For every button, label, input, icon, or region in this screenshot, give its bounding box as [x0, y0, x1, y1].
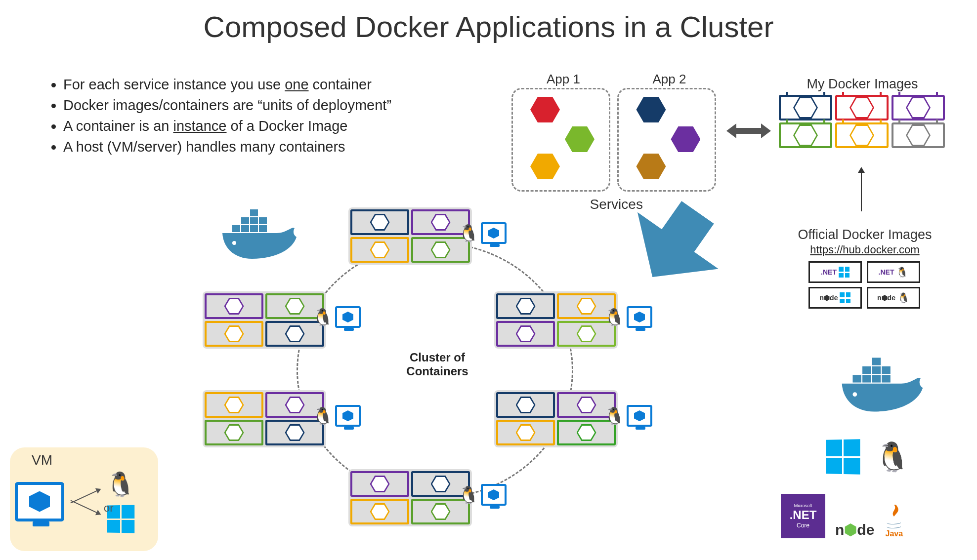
official-image-box: .NET — [808, 261, 862, 283]
cluster-node: 🐧 — [494, 291, 618, 349]
svg-rect-18 — [872, 358, 881, 365]
bullet-list: For each service instance you use one co… — [49, 74, 391, 157]
cluster-node: 🐧 — [203, 390, 326, 447]
bullet-3: A container is an instance of a Docker I… — [63, 116, 391, 136]
official-image-box: .NET🐧 — [867, 261, 920, 283]
container-icon — [350, 209, 409, 235]
vm-legend-box: VM 🐧 or — [10, 447, 158, 551]
cluster-area: Cluster of Containers 🐧🐧🐧🐧🐧🐧 — [198, 207, 672, 543]
my-images-title: My Docker Images — [771, 77, 954, 92]
linux-icon: 🐧 — [312, 406, 333, 426]
vm-monitor-icon — [481, 222, 507, 244]
linux-icon: 🐧 — [458, 485, 479, 505]
container-icon — [892, 95, 945, 120]
svg-rect-11 — [852, 375, 861, 382]
node-icon: n⬢de — [835, 521, 874, 538]
os-icons-row: 🐧 — [825, 440, 910, 474]
svg-rect-12 — [862, 375, 871, 382]
container-icon — [496, 392, 555, 418]
container-icon — [496, 420, 555, 445]
cube-icon — [342, 410, 353, 421]
bullet-2: Docker images/containers are “units of d… — [63, 95, 391, 116]
container-icon — [779, 122, 832, 148]
linux-icon: 🐧 — [604, 307, 625, 327]
svg-rect-16 — [872, 366, 881, 374]
linux-icon: 🐧 — [604, 406, 625, 426]
official-title: Official Docker Images — [771, 227, 959, 242]
cube-icon — [29, 491, 50, 512]
cluster-node: 🐧 — [203, 291, 326, 349]
linux-icon: 🐧 — [875, 440, 910, 474]
container-icon — [835, 95, 889, 120]
my-docker-images: My Docker Images — [771, 77, 954, 148]
cube-icon — [488, 489, 499, 500]
netcore-icon: Microsoft .NET Core — [781, 494, 825, 538]
cluster-node: 🐧 — [348, 469, 472, 526]
svg-point-19 — [852, 392, 857, 397]
cube-icon — [488, 228, 499, 239]
docker-whale-icon-right — [835, 356, 924, 417]
vm-monitor-icon — [15, 482, 64, 521]
windows-icon — [826, 439, 860, 475]
svg-rect-14 — [882, 375, 890, 382]
container-icon — [350, 499, 409, 524]
hexagon-icon — [530, 97, 560, 122]
container-icon — [892, 122, 945, 148]
app2-box — [617, 88, 716, 192]
container-icon — [205, 420, 263, 445]
hexagon-icon — [565, 126, 595, 152]
container-icon — [835, 122, 889, 148]
apps-area: App 1 App 2 Services — [511, 72, 721, 212]
cube-icon — [634, 312, 645, 322]
linux-icon: 🐧 — [106, 470, 135, 498]
vm-monitor-icon — [627, 306, 652, 328]
hexagon-icon — [636, 97, 666, 122]
official-image-box: n⬢de — [808, 287, 862, 309]
cube-icon — [634, 410, 645, 421]
container-icon — [779, 95, 832, 120]
vm-monitor-icon — [335, 306, 361, 328]
linux-icon: 🐧 — [312, 307, 333, 327]
svg-rect-17 — [882, 366, 890, 374]
cluster-node: 🐧 — [348, 207, 472, 265]
container-icon — [496, 321, 555, 347]
java-icon: Java — [884, 505, 904, 538]
cluster-label: Cluster of Containers — [393, 351, 482, 378]
vm-arrows — [69, 496, 99, 507]
app2-label: App 2 — [617, 72, 721, 87]
container-icon — [350, 237, 409, 263]
vm-monitor-icon — [335, 405, 361, 427]
bullet-1: For each service instance you use one co… — [63, 74, 391, 95]
hexagon-icon — [671, 126, 700, 152]
or-label: or — [104, 502, 114, 515]
double-arrow-icon — [726, 121, 771, 143]
vm-monitor-icon — [627, 405, 652, 427]
bullet-4: A host (VM/server) handles many containe… — [63, 136, 391, 157]
official-images: Official Docker Images https://hub.docke… — [771, 227, 959, 309]
svg-rect-13 — [872, 375, 881, 382]
container-icon — [205, 293, 263, 319]
linux-icon: 🐧 — [458, 223, 479, 243]
hexagon-icon — [530, 154, 560, 179]
app1-label: App 1 — [511, 72, 615, 87]
official-link[interactable]: https://hub.docker.com — [771, 243, 959, 256]
container-icon — [496, 293, 555, 319]
official-image-box: n⬢de🐧 — [867, 287, 920, 309]
svg-rect-15 — [862, 366, 871, 374]
container-icon — [350, 471, 409, 497]
svg-marker-0 — [726, 123, 771, 138]
hexagon-icon — [636, 154, 666, 179]
container-icon — [205, 321, 263, 347]
cube-icon — [342, 312, 353, 322]
app1-box — [511, 88, 610, 192]
vm-monitor-icon — [481, 484, 507, 506]
tech-logos-row: Microsoft .NET Core n⬢de Java — [781, 494, 904, 538]
page-title: Composed Docker Applications in a Cluste… — [0, 0, 977, 44]
cluster-node: 🐧 — [494, 390, 618, 447]
container-icon — [205, 392, 263, 418]
arrow-up-icon — [861, 173, 862, 212]
vm-label: VM — [32, 452, 153, 468]
